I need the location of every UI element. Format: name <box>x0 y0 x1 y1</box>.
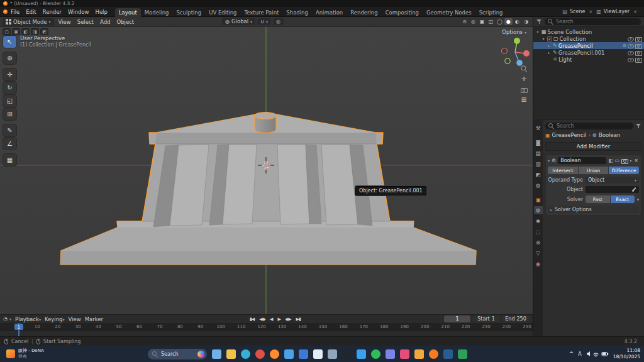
extras-menu-icon[interactable]: ▾ <box>630 158 631 163</box>
annotate-tool[interactable]: ✎ <box>3 124 16 136</box>
settings-icon[interactable] <box>325 346 340 361</box>
workspace-tab-compositing[interactable]: Compositing <box>382 8 423 17</box>
next-keyframe-button[interactable]: ◆▶ <box>284 316 292 322</box>
properties-tab-render[interactable]: ◙ <box>534 138 543 146</box>
solver-exact[interactable]: Exact <box>611 195 635 203</box>
viewport-menu-object[interactable]: Object <box>113 18 137 26</box>
ime-indicator[interactable]: A <box>578 351 581 357</box>
filter-icon[interactable] <box>536 19 542 25</box>
shading-rendered-icon[interactable]: ◑ <box>522 18 530 25</box>
view-layer-unlink-button[interactable]: ✕ <box>632 9 638 14</box>
realtime-toggle-icon[interactable]: ▭ <box>615 158 620 163</box>
scene-selector[interactable]: Scene <box>570 9 585 14</box>
hide-viewport-icon[interactable] <box>628 36 634 41</box>
edit-mode-toggle-icon[interactable]: ◧ <box>608 158 613 163</box>
menu-window[interactable]: Window <box>65 8 92 16</box>
editor-type-icon[interactable]: ◔ <box>3 316 8 322</box>
outliner-row-light[interactable]: ☼Light <box>533 56 644 63</box>
firefox-icon[interactable] <box>267 346 282 361</box>
select-mode-option-3[interactable]: ◨ <box>31 28 39 35</box>
overlays-toggle-icon[interactable]: ▣ <box>478 18 486 25</box>
properties-tab-view-layer[interactable]: ▥ <box>534 160 543 168</box>
playhead-frame-label[interactable]: 1 <box>14 324 23 330</box>
tray-status-icons[interactable] <box>586 351 609 357</box>
menu-render[interactable]: Render <box>40 8 65 16</box>
workspace-tab-uv-editing[interactable]: UV Editing <box>205 8 240 17</box>
workspace-tab-shading[interactable]: Shading <box>282 8 312 17</box>
workspace-tab-scripting[interactable]: Scripting <box>475 8 507 17</box>
breadcrumb-modifier[interactable]: Boolean <box>599 132 620 138</box>
snap-control[interactable]: ∪ ▾ <box>257 18 271 25</box>
taskbar-widget[interactable]: 阪神 - DeNA 得点 <box>0 346 50 362</box>
solver-options-subpanel[interactable]: ▸ Solver Options <box>548 206 639 213</box>
file-explorer-icon[interactable] <box>224 346 238 361</box>
outliner-row-greasepencil-001[interactable]: ▸✎GreasePencil.001 <box>533 49 644 56</box>
excel-icon[interactable] <box>455 346 470 361</box>
cylinder[interactable] <box>255 112 276 133</box>
current-frame-field[interactable]: 1 <box>444 315 470 322</box>
collection-checkbox[interactable]: ✓ <box>547 36 552 41</box>
view-layer-selector[interactable]: ViewLayer <box>604 9 630 14</box>
properties-search-input[interactable]: Search <box>545 123 633 129</box>
viewport-menu-view[interactable]: View <box>55 18 74 26</box>
properties-tab-modifiers[interactable]: ⚙ <box>534 206 543 214</box>
boolean-op-difference[interactable]: Difference <box>609 167 639 174</box>
outliner-search-input[interactable]: Search <box>545 18 641 25</box>
hide-viewport-icon[interactable] <box>628 50 634 55</box>
cursor-tool[interactable]: ⊕ <box>3 52 16 64</box>
expand-icon[interactable]: ▾ <box>541 36 546 41</box>
photoshop-icon[interactable] <box>441 346 455 361</box>
teams-icon[interactable] <box>383 346 397 361</box>
move-tool[interactable]: ✛ <box>3 69 16 80</box>
disable-render-icon[interactable] <box>635 57 641 62</box>
mode-selector[interactable]: Object Mode ▾ <box>3 18 54 26</box>
workspace-tab-animation[interactable]: Animation <box>312 8 347 17</box>
disable-render-icon[interactable] <box>635 43 641 48</box>
store-icon[interactable] <box>311 346 325 361</box>
outliner-row-scene-collection[interactable]: ▾▦Scene Collection <box>533 28 644 35</box>
disable-render-icon[interactable] <box>635 50 641 55</box>
properties-tab-output[interactable]: ▤ <box>534 149 543 157</box>
close-icon[interactable]: ✕ <box>633 158 639 163</box>
object-picker-field[interactable] <box>586 186 639 193</box>
orthographic-toggle-icon[interactable]: ⊞ <box>521 97 526 103</box>
pan-icon[interactable]: ✛ <box>521 76 526 82</box>
spotify-icon[interactable] <box>369 346 383 361</box>
proportional-edit-control[interactable]: ◎ <box>273 18 284 25</box>
timeline-menu-marker[interactable]: Marker <box>83 316 105 322</box>
measure-tool[interactable]: ∠ <box>3 138 16 150</box>
timeline-track[interactable] <box>0 331 533 336</box>
outliner-row-collection[interactable]: ▾✓▢Collection <box>533 35 644 42</box>
properties-tab-physics[interactable]: ◌ <box>534 228 543 236</box>
filter-icon[interactable] <box>636 123 641 129</box>
gizmo-toggle-icon[interactable]: ◎ <box>469 18 477 25</box>
rotate-tool[interactable]: ↻ <box>3 82 16 94</box>
expand-icon[interactable]: ▸ <box>547 50 552 55</box>
downloads-folder-icon[interactable] <box>412 346 426 361</box>
viewport-3d[interactable]: ▢▣◧◨◩ Options ▾ User Perspective (1) Col… <box>0 27 533 314</box>
expand-icon[interactable]: ▾ <box>535 30 540 34</box>
expand-icon[interactable]: ▸ <box>547 43 552 48</box>
select-box-tool[interactable]: ↖ <box>3 36 16 48</box>
eyedropper-icon[interactable] <box>631 187 636 192</box>
jump-to-end-button[interactable]: ▶▮ <box>295 316 302 322</box>
workspace-tab-texture-paint[interactable]: Texture Paint <box>241 8 283 17</box>
boolean-op-union[interactable]: Union <box>579 167 609 174</box>
properties-tab-scene[interactable]: ◩ <box>534 170 543 178</box>
jump-to-start-button[interactable]: ▮◀ <box>248 316 255 322</box>
add-modifier-button[interactable]: Add Modifier <box>545 142 641 151</box>
xray-toggle-icon[interactable]: ◫ <box>487 18 495 25</box>
start-button[interactable] <box>131 346 145 361</box>
operand-type-dropdown[interactable]: Object ▾ <box>586 177 639 184</box>
workspace-tab-sculpting[interactable]: Sculpting <box>172 8 205 17</box>
timeline-menu-playback[interactable]: Playback▾ <box>13 316 43 322</box>
add-cube-tool[interactable]: ▦ <box>3 154 16 166</box>
boolean-op-intersect[interactable]: Intersect <box>548 167 578 174</box>
prev-keyframe-button[interactable]: ◀◆ <box>258 316 266 322</box>
disable-render-icon[interactable] <box>635 36 641 41</box>
collapse-icon[interactable]: ▾ <box>548 158 550 163</box>
properties-tab-object[interactable]: ▣ <box>534 195 543 204</box>
render-toggle-icon[interactable] <box>621 158 628 163</box>
shading-solid-icon[interactable]: ● <box>504 18 513 25</box>
camera-view-icon[interactable] <box>521 87 527 92</box>
